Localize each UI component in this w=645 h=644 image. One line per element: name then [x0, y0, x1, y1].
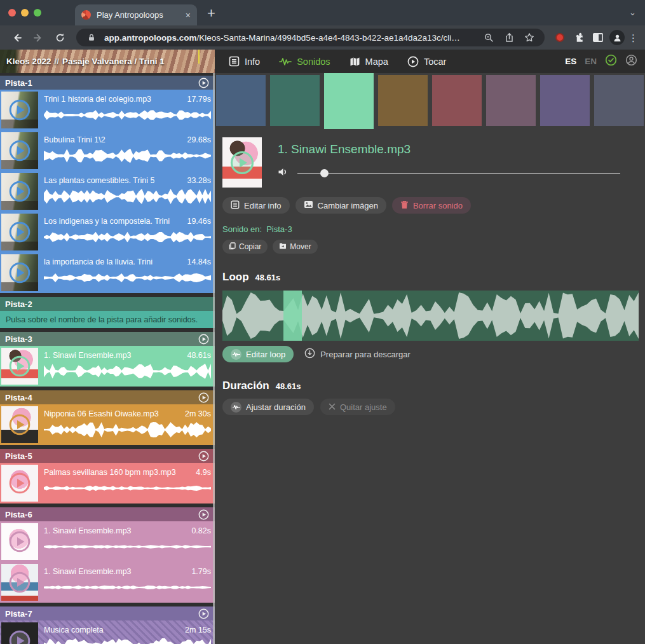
sound-in-track-link[interactable]: Pista-3 [266, 224, 292, 234]
track-color-swatch-2[interactable] [270, 75, 320, 126]
tab-mapa[interactable]: Mapa [350, 57, 388, 67]
clip-play-overlay-icon[interactable] [8, 180, 31, 203]
track-color-swatch-6[interactable] [486, 75, 536, 126]
new-tab-button[interactable]: + [207, 5, 215, 22]
clip-row[interactable]: Bubulina Trini 1\229.68s [0, 130, 215, 171]
volume-slider-knob[interactable] [320, 169, 329, 177]
clip-row[interactable]: Musica completa2m 15s [0, 620, 215, 644]
browser-profile-avatar[interactable] [609, 30, 625, 45]
adjust-duration-button[interactable]: Ajustar duración [222, 399, 314, 415]
change-image-button[interactable]: Cambiar imágen [295, 197, 386, 214]
clip-row[interactable]: Palmas sevillanas 160 bpm mp3.mp34.9s [0, 463, 215, 504]
clip-thumbnail[interactable] [1, 348, 38, 385]
clip-play-overlay-icon[interactable] [8, 629, 31, 644]
close-window-button[interactable] [8, 9, 16, 17]
clip-play-overlay-icon[interactable] [8, 355, 31, 378]
track-play-icon[interactable] [198, 392, 209, 403]
track-play-icon[interactable] [198, 608, 209, 619]
reload-button[interactable] [51, 29, 69, 46]
clip-row[interactable]: Nipponia 06 Esashi Oiwake.mp32m 30s [0, 404, 215, 445]
track-header-pista-6[interactable]: Pista-6 [0, 507, 215, 521]
minimize-window-button[interactable] [21, 9, 29, 17]
forward-button[interactable] [29, 29, 47, 46]
sidebar-scrollbar[interactable] [213, 73, 215, 644]
remove-adjust-button[interactable]: Quitar ajuste [320, 399, 395, 415]
side-panel-icon[interactable] [590, 30, 606, 45]
browser-tab[interactable]: Play Antropoloops × [75, 4, 197, 25]
browser-menu-kebab-icon[interactable]: ⋮ [628, 36, 637, 39]
clip-thumbnail[interactable] [1, 92, 38, 128]
clip-thumbnail[interactable] [1, 132, 38, 169]
clip-title[interactable]: Palmas sevillanas 160 bpm mp3.mp3 [44, 468, 176, 477]
clip-thumbnail[interactable] [1, 523, 38, 560]
clip-row[interactable]: 1. Sinawi Ensemble.mp348.61s [0, 346, 215, 387]
track-play-icon[interactable] [198, 334, 209, 345]
track-color-swatch-4[interactable] [378, 75, 428, 126]
track-header-pista-3[interactable]: Pista-3 [0, 332, 215, 346]
track-header-pista-1[interactable]: Pista-1 [0, 76, 215, 90]
clip-row[interactable]: Trini 1 historia del colegio.mp317.79s [0, 90, 215, 130]
tab-sonidos[interactable]: Sonidos [279, 57, 330, 67]
clip-title[interactable]: Trini 1 historia del colegio.mp3 [44, 95, 151, 104]
clip-play-overlay-icon[interactable] [8, 472, 31, 495]
play-overlay-icon[interactable] [229, 150, 255, 175]
clip-title[interactable]: la importancia de la lluvia. Trini [44, 257, 153, 266]
clip-row[interactable]: Los indigenas y la compostela. Trini19.4… [0, 212, 215, 252]
track-color-swatch-7[interactable] [540, 75, 590, 126]
track-color-swatch-8[interactable] [594, 75, 644, 126]
clip-play-overlay-icon[interactable] [8, 99, 31, 121]
tab-search-chevron-icon[interactable]: ⌄ [629, 8, 636, 17]
track-play-icon[interactable] [198, 451, 209, 462]
track-header-pista-7[interactable]: Pista-7 [0, 606, 215, 620]
back-button[interactable] [8, 29, 25, 46]
clip-title[interactable]: Nipponia 06 Esashi Oiwake.mp3 [44, 409, 159, 418]
edit-loop-button[interactable]: Editar loop [222, 346, 294, 362]
clip-title[interactable]: Musica completa [44, 626, 104, 634]
lang-es[interactable]: ES [565, 57, 576, 66]
url-bar[interactable]: app.antropoloops.com/Kleos-Santa-Marina/… [76, 29, 545, 46]
clip-play-overlay-icon[interactable] [8, 571, 31, 594]
track-header-pista-2[interactable]: Pista-2 [0, 297, 215, 311]
clip-thumbnail[interactable] [1, 254, 38, 291]
lang-en[interactable]: EN [585, 57, 597, 66]
tab-close-icon[interactable]: × [186, 10, 191, 20]
clip-title[interactable]: Los indigenas y la compostela. Trini [44, 217, 170, 226]
track-play-icon[interactable] [198, 509, 209, 520]
clip-title[interactable]: Bubulina Trini 1\2 [44, 135, 105, 144]
clip-thumbnail[interactable] [1, 465, 38, 502]
clip-thumbnail[interactable] [1, 214, 38, 250]
recording-extension-icon[interactable] [552, 30, 567, 45]
breadcrumb-path[interactable]: Pasaje Valvanera / Trini 1 [62, 57, 165, 66]
delete-sound-button[interactable]: Borrar sonido [392, 197, 471, 214]
share-icon[interactable] [501, 30, 517, 45]
breadcrumb-project[interactable]: Kleos 2022 [6, 57, 51, 66]
move-button[interactable]: Mover [273, 240, 317, 254]
tab-tocar[interactable]: Tocar [407, 56, 446, 67]
track-play-icon[interactable] [198, 78, 209, 88]
clip-row[interactable]: 1. Sinawi Ensemble.mp31.79s [0, 562, 215, 603]
clip-title[interactable]: 1. Sinawi Ensemble.mp3 [44, 351, 132, 360]
volume-slider[interactable] [297, 169, 620, 178]
clip-title[interactable]: Las plantas comestibles. Trini 5 [44, 176, 154, 185]
project-cover-photo[interactable]: Kleos 2022//Pasaje Valvanera / Trini 1 [0, 50, 215, 73]
clip-play-overlay-icon[interactable] [8, 261, 31, 284]
zoom-page-icon[interactable] [481, 30, 496, 45]
extensions-puzzle-icon[interactable] [571, 30, 587, 45]
track-header-pista-4[interactable]: Pista-4 [0, 390, 215, 404]
loop-waveform[interactable] [222, 291, 639, 341]
clip-play-overlay-icon[interactable] [8, 221, 31, 243]
account-icon[interactable] [625, 54, 637, 69]
clip-row[interactable]: 1. Sinawi Ensemble.mp30.82s [0, 521, 215, 562]
bookmark-star-icon[interactable] [522, 30, 537, 45]
clip-title[interactable]: 1. Sinawi Ensemble.mp3 [44, 526, 132, 535]
track-color-swatch-1[interactable] [216, 75, 266, 126]
track-color-swatch-5[interactable] [432, 75, 482, 126]
edit-info-button[interactable]: Editar info [222, 197, 290, 214]
status-check-icon[interactable] [605, 54, 617, 69]
clip-play-overlay-icon[interactable] [8, 530, 31, 553]
clip-thumbnail[interactable] [1, 173, 38, 210]
clip-title[interactable]: 1. Sinawi Ensemble.mp3 [44, 567, 132, 576]
sound-image[interactable] [222, 137, 262, 188]
clip-thumbnail[interactable] [1, 564, 38, 601]
prepare-download-button[interactable]: Preparar para descargar [304, 348, 411, 360]
